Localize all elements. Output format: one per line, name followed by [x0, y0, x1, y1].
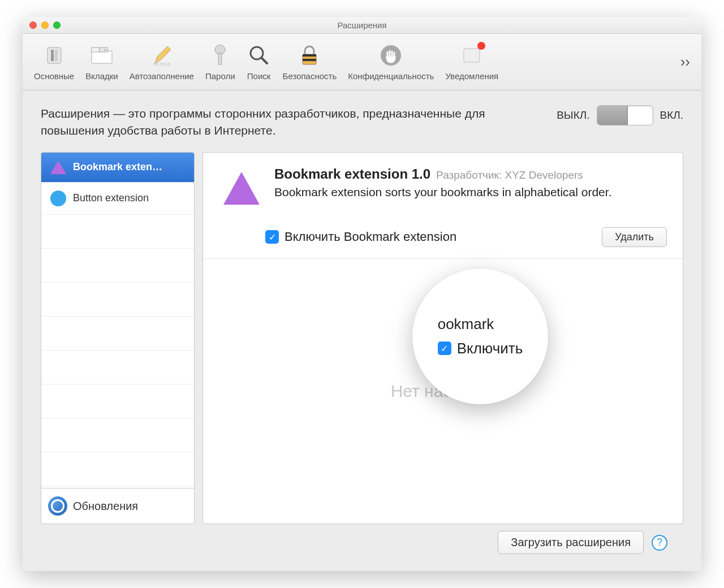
key-icon — [208, 43, 232, 68]
tab-autofill[interactable]: Автозаполнение — [126, 41, 197, 83]
tab-label: Основные — [34, 71, 74, 81]
list-row — [41, 283, 194, 317]
list-row — [41, 418, 194, 452]
hand-icon — [378, 43, 403, 68]
list-row — [41, 384, 194, 418]
tab-passwords[interactable]: Пароли — [202, 41, 239, 83]
svg-rect-0 — [48, 47, 61, 63]
badge-icon — [477, 42, 485, 50]
extensions-sidebar: Bookmark exten… Button extension — [41, 152, 195, 524]
svg-rect-8 — [154, 63, 170, 65]
svg-rect-2 — [55, 50, 58, 61]
tab-label: Вкладки — [85, 71, 118, 81]
tab-label: Безопасность — [283, 71, 337, 81]
sidebar-item-button-extension[interactable]: Button extension — [41, 183, 194, 215]
tab-label: Автозаполнение — [130, 71, 194, 81]
tab-label: Конфиденциальность — [348, 71, 434, 81]
notification-icon — [459, 43, 484, 68]
intro-text: Расширения — это программы сторонних раз… — [41, 105, 545, 140]
tab-label: Поиск — [247, 71, 271, 81]
extension-icon — [219, 166, 264, 214]
extension-detail: Bookmark extension 1.0 Разработчик: XYZ … — [202, 152, 683, 524]
tab-label: Уведомления — [445, 71, 498, 81]
content-area: Расширения — это программы сторонних раз… — [23, 90, 701, 571]
toggle-off-label: Выкл. — [557, 109, 589, 122]
callout-enable-label: Включить — [457, 340, 523, 357]
list-row — [41, 452, 194, 486]
search-icon — [247, 43, 272, 68]
enable-label: Включить Bookmark extension — [285, 230, 456, 244]
callout-partial-text: ookmark — [438, 315, 494, 333]
svg-rect-10 — [218, 53, 222, 64]
tab-label: Пароли — [205, 71, 235, 81]
callout-enable-row: ✓ Включить — [438, 340, 523, 357]
tab-general[interactable]: Основные — [31, 41, 77, 83]
svg-marker-7 — [155, 46, 171, 63]
list-row — [41, 317, 194, 351]
lock-icon — [297, 43, 322, 68]
window-title: Расширения — [337, 20, 386, 30]
extension-title: Bookmark extension 1.0 — [274, 166, 430, 182]
tab-tabs[interactable]: + Вкладки — [82, 41, 122, 83]
window-controls — [29, 21, 61, 29]
triangle-icon — [50, 161, 66, 174]
svg-text:+: + — [104, 47, 106, 53]
master-switch[interactable] — [597, 105, 653, 126]
svg-rect-4 — [92, 47, 100, 52]
magnifier-callout: ookmark ✓ Включить — [412, 269, 548, 404]
list-row — [41, 215, 194, 249]
svg-rect-3 — [92, 51, 112, 63]
extension-description: Bookmark extension sorts your bookmarks … — [274, 185, 667, 199]
prefs-toolbar: Основные + Вкладки Автозаполнение Пароли… — [23, 34, 701, 90]
updates-label: Обновления — [73, 500, 138, 513]
minimize-icon[interactable] — [41, 21, 49, 29]
toolbar-overflow[interactable]: ›› — [677, 53, 693, 71]
delete-button[interactable]: Удалить — [602, 227, 667, 247]
help-button[interactable]: ? — [652, 535, 667, 551]
svg-rect-1 — [51, 50, 54, 61]
svg-rect-14 — [303, 54, 316, 57]
extension-developer: Разработчик: XYZ Developers — [436, 169, 583, 181]
pencil-icon — [149, 43, 174, 68]
checkbox-icon: ✓ — [438, 341, 451, 355]
tab-privacy[interactable]: Конфиденциальность — [344, 41, 437, 83]
enable-checkbox-row[interactable]: ✓ Включить Bookmark extension — [265, 230, 456, 244]
sidebar-item-bookmark-extension[interactable]: Bookmark exten… — [41, 153, 194, 183]
tab-search[interactable]: Поиск — [243, 41, 275, 83]
list-row — [41, 249, 194, 283]
sidebar-item-label: Button extension — [73, 192, 149, 204]
load-extensions-button[interactable]: Загрузить расширения — [498, 531, 644, 554]
zoom-icon[interactable] — [53, 21, 61, 29]
general-icon — [42, 43, 67, 68]
checkbox-icon[interactable]: ✓ — [265, 230, 279, 244]
tab-security[interactable]: Безопасность — [279, 41, 341, 83]
svg-rect-15 — [303, 59, 316, 61]
close-icon[interactable] — [29, 21, 37, 29]
tabs-icon: + — [89, 43, 114, 68]
preferences-window: Расширения Основные + Вкладки Автозаполн… — [23, 17, 701, 571]
tab-notifications[interactable]: Уведомления — [442, 41, 502, 83]
extensions-list: Bookmark exten… Button extension — [41, 153, 194, 488]
toggle-on-label: Вкл. — [660, 109, 684, 122]
list-row — [41, 351, 194, 384]
footer: Загрузить расширения ? — [41, 524, 683, 563]
sidebar-updates[interactable]: Обновления — [41, 488, 194, 524]
sidebar-item-label: Bookmark exten… — [73, 161, 162, 173]
svg-rect-17 — [464, 49, 480, 62]
updates-icon — [48, 496, 67, 516]
circle-icon — [50, 191, 66, 206]
global-toggle: Выкл. Вкл. — [557, 105, 683, 126]
titlebar: Расширения — [23, 17, 701, 34]
svg-marker-18 — [223, 172, 260, 205]
svg-line-12 — [261, 58, 267, 63]
